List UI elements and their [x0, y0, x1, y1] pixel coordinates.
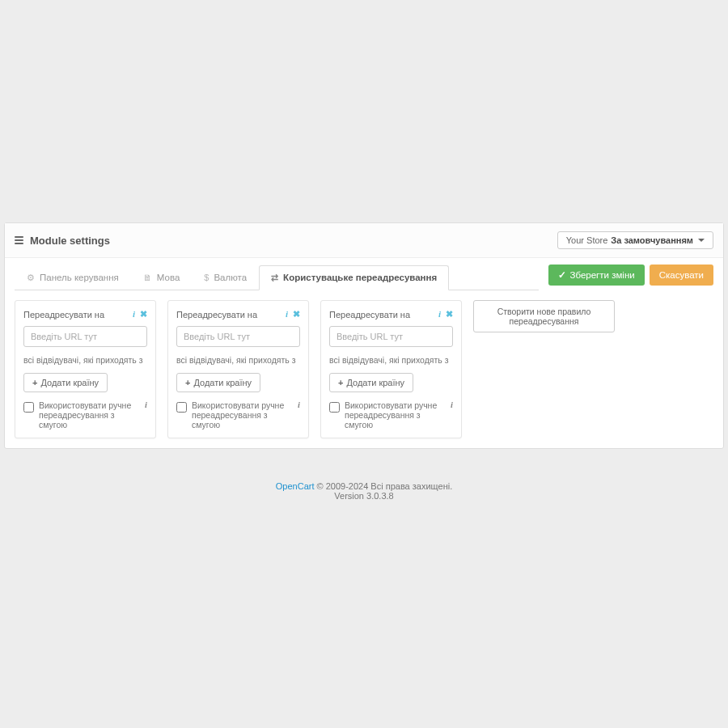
tab-dashboard[interactable]: ⚙Панель керування — [15, 265, 131, 290]
close-icon[interactable]: ✖ — [140, 309, 147, 320]
dollar-icon: $ — [204, 273, 209, 282]
tabs-row: ⚙Панель керування 🗎Мова $Валюта ⇄Користу… — [5, 258, 723, 290]
footer-brand-link[interactable]: OpenCart — [276, 481, 315, 491]
card-header: Переадресувати на i ✖ — [176, 309, 300, 320]
save-button[interactable]: Зберегти зміни — [548, 265, 645, 286]
manual-redirect-checkbox-row[interactable]: Використовувати ручне переадресування з … — [176, 400, 300, 430]
chevron-down-icon — [698, 239, 705, 242]
url-input[interactable] — [329, 326, 453, 347]
nav-tabs: ⚙Панель керування 🗎Мова $Валюта ⇄Користу… — [15, 265, 539, 290]
info-icon[interactable]: i — [438, 309, 441, 320]
visitors-label: всі відвідувачі, які приходять з — [23, 355, 147, 365]
tab-custom-redirect[interactable]: ⇄Користувацьке переадресування — [259, 265, 449, 290]
card-header: Переадресувати на i ✖ — [23, 309, 147, 320]
manual-redirect-checkbox-row[interactable]: Використовувати ручне переадресування з … — [23, 400, 147, 430]
tab-label: Панель керування — [40, 273, 119, 282]
redirect-card: Переадресувати на i ✖ всі відвідувачі, я… — [15, 300, 156, 438]
add-country-button[interactable]: Додати країну — [329, 373, 413, 392]
manual-redirect-label: Використовувати ручне переадресування з … — [345, 400, 446, 430]
url-input[interactable] — [176, 326, 300, 347]
add-country-button[interactable]: Додати країну — [176, 373, 260, 392]
manual-redirect-label: Використовувати ручне переадресування з … — [192, 400, 293, 430]
plus-icon — [32, 378, 37, 387]
info-icon[interactable]: i — [145, 400, 147, 409]
save-label: Зберегти зміни — [570, 270, 635, 280]
manual-redirect-checkbox[interactable] — [329, 402, 340, 413]
swap-icon: ⇄ — [271, 273, 278, 283]
redirect-card: Переадресувати на i ✖ всі відвідувачі, я… — [167, 300, 309, 438]
footer: OpenCart © 2009-2024 Всі права захищені.… — [0, 465, 728, 517]
gear-icon: ⚙ — [27, 273, 35, 283]
close-icon[interactable]: ✖ — [446, 309, 453, 320]
panel-title: Module settings — [15, 235, 110, 247]
store-selected: За замовчуванням — [611, 235, 693, 245]
redirect-cards-area: Переадресувати на i ✖ всі відвідувачі, я… — [5, 290, 723, 448]
visitors-label: всі відвідувачі, які приходять з — [176, 355, 300, 365]
document-icon: 🗎 — [143, 273, 152, 282]
create-rule-button[interactable]: Створити нове правило переадресування — [473, 300, 615, 332]
cancel-button[interactable]: Скасувати — [650, 265, 713, 286]
panel-title-text: Module settings — [30, 235, 110, 247]
info-icon[interactable]: i — [298, 400, 300, 409]
list-icon — [15, 236, 23, 244]
redirect-card: Переадресувати на i ✖ всі відвідувачі, я… — [320, 300, 462, 438]
tab-label: Мова — [157, 273, 180, 282]
info-icon[interactable]: i — [286, 309, 288, 320]
manual-redirect-label: Використовувати ручне переадресування з … — [39, 400, 140, 430]
manual-redirect-checkbox[interactable] — [23, 402, 34, 413]
url-input[interactable] — [23, 326, 147, 347]
plus-icon — [338, 378, 343, 387]
info-icon[interactable]: i — [451, 400, 453, 409]
manual-redirect-checkbox[interactable] — [176, 402, 187, 413]
create-rule-label: Створити нове правило переадресування — [497, 307, 591, 326]
tab-label: Користувацьке переадресування — [283, 273, 437, 282]
action-buttons: Зберегти зміни Скасувати — [548, 265, 714, 286]
tab-language[interactable]: 🗎Мова — [131, 265, 192, 290]
store-selector[interactable]: Your Store За замовчуванням — [557, 231, 713, 249]
check-icon — [558, 269, 566, 281]
store-prefix: Your Store — [566, 235, 608, 245]
plus-icon — [185, 378, 190, 387]
add-country-button[interactable]: Додати країну — [23, 373, 108, 392]
manual-redirect-checkbox-row[interactable]: Використовувати ручне переадресування з … — [329, 400, 453, 430]
add-country-label: Додати країну — [346, 378, 404, 387]
add-country-label: Додати країну — [40, 378, 99, 387]
module-settings-panel: Module settings Your Store За замовчуван… — [4, 222, 724, 449]
redirect-to-label: Переадресувати на — [176, 310, 257, 320]
tab-currency[interactable]: $Валюта — [192, 265, 259, 290]
info-icon[interactable]: i — [133, 309, 135, 320]
footer-version: Version 3.0.3.8 — [0, 491, 728, 501]
footer-copyright: © 2009-2024 Всі права захищені. — [314, 481, 452, 491]
close-icon[interactable]: ✖ — [293, 309, 300, 320]
visitors-label: всі відвідувачі, які приходять з — [329, 355, 453, 365]
redirect-to-label: Переадресувати на — [329, 310, 410, 320]
redirect-to-label: Переадресувати на — [23, 310, 104, 320]
card-header: Переадресувати на i ✖ — [329, 309, 453, 320]
add-country-label: Додати країну — [193, 378, 252, 387]
tab-label: Валюта — [214, 273, 247, 282]
panel-heading: Module settings Your Store За замовчуван… — [5, 223, 723, 258]
cancel-label: Скасувати — [659, 270, 704, 280]
